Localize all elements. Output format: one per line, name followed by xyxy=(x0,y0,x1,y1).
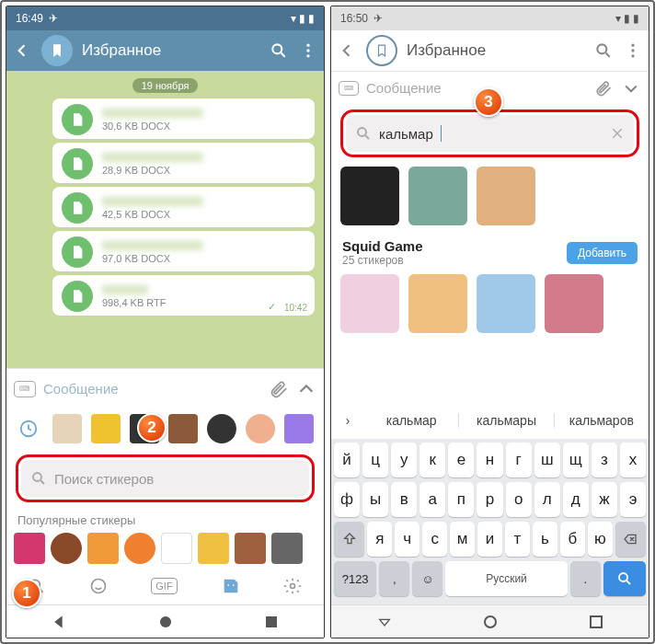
search-key[interactable] xyxy=(603,561,646,596)
more-icon[interactable] xyxy=(623,40,643,61)
chevron-up-icon[interactable] xyxy=(296,379,316,399)
search-icon[interactable] xyxy=(269,40,289,61)
letter-key[interactable]: р xyxy=(477,482,502,517)
letter-key[interactable]: х xyxy=(620,443,646,477)
sticker-item[interactable] xyxy=(408,274,467,333)
settings-tab-icon[interactable] xyxy=(283,577,302,595)
attach-icon[interactable] xyxy=(269,379,289,399)
letter-key[interactable]: й xyxy=(334,443,360,477)
nav-back-icon[interactable] xyxy=(377,615,392,629)
attach-icon[interactable] xyxy=(593,78,614,98)
svg-point-17 xyxy=(358,128,366,136)
clear-icon[interactable] xyxy=(610,126,625,141)
more-icon[interactable] xyxy=(298,40,318,61)
keyboard-icon[interactable]: ⌨ xyxy=(14,381,36,397)
letter-key[interactable]: ф xyxy=(334,482,360,517)
letter-key[interactable]: о xyxy=(506,482,532,517)
suggestion[interactable]: кальмаров xyxy=(555,413,649,428)
nav-back-icon[interactable] xyxy=(52,615,67,629)
nav-recent-icon[interactable] xyxy=(590,615,603,628)
sticker-search-input[interactable]: кальмар xyxy=(346,115,634,152)
letter-key[interactable]: э xyxy=(620,482,646,517)
sticker-item[interactable] xyxy=(51,533,82,564)
letter-key[interactable]: а xyxy=(419,482,445,517)
sticker-item[interactable] xyxy=(235,533,266,564)
letter-key[interactable]: г xyxy=(506,443,532,477)
nav-home-icon[interactable] xyxy=(484,615,497,628)
letter-key[interactable]: ю xyxy=(588,522,613,557)
gif-tab-icon[interactable]: GIF xyxy=(151,578,177,594)
sticker-item[interactable] xyxy=(545,274,603,333)
emoji-key[interactable]: ☺ xyxy=(412,561,442,596)
nav-home-icon[interactable] xyxy=(159,615,172,628)
emoji-tab-icon[interactable] xyxy=(89,577,108,595)
letter-key[interactable]: ш xyxy=(534,443,560,477)
nav-recent-icon[interactable] xyxy=(265,615,278,628)
sticker-item[interactable] xyxy=(477,167,535,225)
sticker-item[interactable] xyxy=(340,274,399,333)
sticker-pack-tab[interactable] xyxy=(284,414,314,443)
sticker-pack-tab[interactable] xyxy=(52,414,82,443)
sticker-pack-tab[interactable] xyxy=(246,414,275,443)
sticker-item[interactable] xyxy=(271,533,303,564)
sticker-item[interactable] xyxy=(198,533,229,564)
letter-key[interactable]: п xyxy=(448,482,474,517)
letter-key[interactable]: к xyxy=(419,443,445,477)
period-key[interactable]: . xyxy=(570,561,601,596)
shift-key[interactable] xyxy=(334,522,364,557)
sticker-pack-tab[interactable] xyxy=(91,414,121,443)
search-icon[interactable] xyxy=(593,40,614,61)
file-message[interactable]: 28,9 KB DOCX xyxy=(52,143,315,183)
comma-key[interactable]: , xyxy=(379,561,409,596)
sticker-item[interactable] xyxy=(408,167,467,225)
letter-key[interactable]: и xyxy=(477,522,502,557)
numbers-key[interactable]: ?123 xyxy=(334,561,376,596)
file-message[interactable]: 42,5 KB DOCX xyxy=(52,187,315,227)
file-message[interactable]: 30,6 KB DOCX xyxy=(52,98,315,139)
letter-key[interactable]: л xyxy=(534,482,560,517)
sticker-search-input[interactable]: Поиск стикеров xyxy=(21,460,309,497)
chevron-right-icon[interactable]: › xyxy=(331,413,364,428)
letter-key[interactable]: ы xyxy=(362,482,388,517)
file-message[interactable]: 998,4 KB RTF 10:42 ✓ xyxy=(52,275,315,316)
letter-key[interactable]: ч xyxy=(395,522,419,557)
letter-key[interactable]: д xyxy=(563,482,589,517)
svg-point-16 xyxy=(631,54,634,57)
sticker-item[interactable] xyxy=(340,167,399,225)
letter-key[interactable]: щ xyxy=(563,443,589,477)
letter-key[interactable]: я xyxy=(367,522,392,557)
backspace-key[interactable] xyxy=(615,522,646,557)
sticker-pack-tab[interactable] xyxy=(168,414,198,443)
suggestion[interactable]: кальмар xyxy=(364,413,459,428)
letter-key[interactable]: м xyxy=(450,522,475,557)
letter-key[interactable]: н xyxy=(477,443,502,477)
stickers-tab-icon[interactable] xyxy=(221,576,241,596)
compose-placeholder[interactable]: Сообщение xyxy=(43,381,261,397)
letter-key[interactable]: б xyxy=(560,522,585,557)
letter-key[interactable]: у xyxy=(391,443,417,477)
letter-key[interactable]: ж xyxy=(592,482,617,517)
sticker-pack-tab[interactable] xyxy=(207,414,236,443)
sticker-item[interactable] xyxy=(477,274,535,333)
recent-tab[interactable] xyxy=(14,414,43,443)
back-icon[interactable] xyxy=(337,40,357,61)
letter-key[interactable]: т xyxy=(505,522,530,557)
letter-key[interactable]: е xyxy=(448,443,474,477)
file-message[interactable]: 97,0 KB DOCX xyxy=(52,231,315,271)
keyboard-icon[interactable]: ⌨ xyxy=(339,81,359,96)
letter-key[interactable]: з xyxy=(592,443,617,477)
letter-key[interactable]: ь xyxy=(533,522,557,557)
letter-key[interactable]: в xyxy=(391,482,417,517)
search-value: кальмар xyxy=(379,126,433,142)
sticker-item[interactable] xyxy=(14,533,45,564)
sticker-item[interactable] xyxy=(161,533,192,564)
letter-key[interactable]: с xyxy=(422,522,447,557)
back-icon[interactable] xyxy=(12,40,32,61)
sticker-item[interactable] xyxy=(87,533,119,564)
chevron-down-icon[interactable] xyxy=(621,78,641,98)
sticker-item[interactable] xyxy=(124,533,155,564)
add-pack-button[interactable]: Добавить xyxy=(567,242,638,264)
space-key[interactable]: Русский xyxy=(445,561,567,596)
letter-key[interactable]: ц xyxy=(362,443,388,477)
suggestion[interactable]: кальмары xyxy=(459,413,554,428)
